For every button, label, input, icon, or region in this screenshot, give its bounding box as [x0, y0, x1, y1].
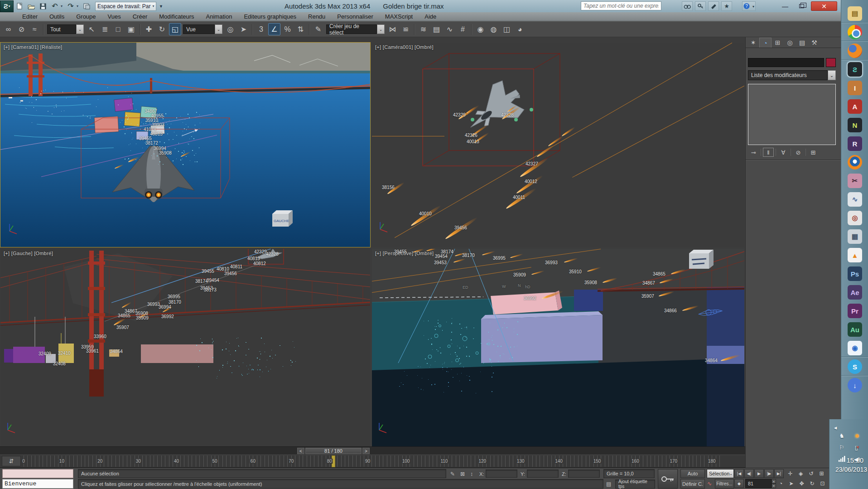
viewport-gauche[interactable]: [+] [Gauche] [Ombré] 4232942328408134081…: [0, 249, 370, 446]
bind-to-space-warp-icon[interactable]: ≈: [29, 23, 41, 35]
viewport-label[interactable]: [+] [Camera01] [Réaliste]: [4, 44, 62, 50]
viewport-label[interactable]: [+] [Perspective] [Ombré]: [375, 251, 434, 256]
time-config-button[interactable]: ◔: [776, 479, 786, 488]
fov-icon[interactable]: ◈: [796, 469, 805, 478]
mirror-icon[interactable]: ⋈: [386, 23, 399, 35]
remove-modifier-button[interactable]: ⊘: [793, 148, 804, 157]
previous-frame-button[interactable]: ◀|: [744, 469, 754, 478]
minimize-button[interactable]: —: [778, 1, 792, 11]
object-name-field[interactable]: [748, 58, 824, 67]
menu-cr-er[interactable]: Créer: [127, 12, 154, 21]
navisworks-icon[interactable]: N: [848, 118, 862, 132]
time-tag-field[interactable]: Ajout étiquette tps: [615, 479, 655, 489]
set-key-button[interactable]: [658, 469, 678, 489]
time-slider[interactable]: < 81 / 180 >: [0, 446, 745, 455]
select-and-scale-icon[interactable]: ◱: [169, 23, 181, 35]
premiere-icon[interactable]: Pr: [848, 304, 862, 318]
select-and-manipulate-icon[interactable]: ➤: [237, 23, 250, 35]
photoshop-icon[interactable]: Ps: [848, 266, 862, 281]
pan-camera-icon[interactable]: ✛: [786, 469, 795, 478]
dolly-icon[interactable]: ➤: [786, 479, 796, 488]
pin-stack-button[interactable]: ⊸: [748, 148, 759, 157]
key-filters-curve-icon[interactable]: ∿: [707, 480, 712, 487]
utilities-tab[interactable]: ⚒: [808, 38, 820, 48]
material-editor-icon[interactable]: ◉: [474, 23, 487, 35]
viewport-perspective[interactable]: [+] [Perspective] [Ombré] 39455381743945…: [372, 249, 744, 446]
menu-outils[interactable]: Outils: [43, 12, 70, 21]
set-key-mode-button[interactable]: Définir C.: [680, 479, 705, 489]
menu-rendu[interactable]: Rendu: [302, 12, 331, 21]
render-production-icon[interactable]: ◕: [514, 23, 526, 35]
search-input[interactable]: [581, 1, 661, 10]
hidden-icons-arrow[interactable]: ◂: [830, 423, 840, 432]
curve-editor-icon[interactable]: ∿: [444, 23, 456, 35]
orbit-selected-icon[interactable]: ↻: [807, 479, 817, 488]
app-logo-icon[interactable]: Ƨ▾: [0, 0, 14, 12]
blender-icon[interactable]: [848, 155, 862, 169]
time-tag-icon[interactable]: ▤: [606, 481, 611, 487]
power-alert-icon[interactable]: ▯✕: [852, 443, 862, 452]
undo-dropdown-icon[interactable]: ▾: [61, 4, 65, 8]
modifier-list-dropdown[interactable]: Liste des modificateurs⌄: [748, 70, 836, 80]
absolute-offset-icon[interactable]: ↕: [470, 471, 473, 477]
use-pivot-center-icon[interactable]: ◎: [224, 23, 236, 35]
render-setup-icon[interactable]: ◍: [487, 23, 500, 35]
select-and-rotate-icon[interactable]: ↻: [156, 23, 168, 35]
menu-editeurs-graphiques[interactable]: Editeurs graphiques: [238, 12, 302, 21]
language-flag-icon[interactable]: ⚐: [837, 443, 847, 452]
align-icon[interactable]: ≌: [400, 23, 412, 35]
snap-toggle-icon[interactable]: 3: [255, 23, 267, 35]
google-earth-icon[interactable]: ◉: [848, 341, 862, 355]
menu-animation[interactable]: Animation: [200, 12, 238, 21]
autocad-icon[interactable]: A: [848, 99, 862, 114]
menu-personnaliser[interactable]: Personnaliser: [331, 12, 379, 21]
edit-named-selections-icon[interactable]: ✎: [312, 23, 324, 35]
window-crossing-icon[interactable]: ▣: [125, 23, 137, 35]
restore-button[interactable]: [795, 1, 808, 11]
selection-lock-icon[interactable]: ⊠: [460, 471, 465, 477]
new-file-icon[interactable]: [14, 1, 25, 11]
key-mode-toggle[interactable]: ◆: [734, 479, 744, 488]
volume-icon[interactable]: ◀): [852, 455, 862, 464]
showcase-icon[interactable]: R: [848, 136, 862, 151]
previous-frame-arrow[interactable]: <: [297, 448, 304, 454]
redo-dropdown-icon[interactable]: ▾: [77, 4, 81, 8]
menu-vues[interactable]: Vues: [102, 12, 127, 21]
selection-set-dropdown[interactable]: Sélection⌄: [707, 469, 734, 478]
frame-indicator[interactable]: 81 / 180: [305, 448, 362, 454]
select-by-name-icon[interactable]: ≣: [99, 23, 111, 35]
play-button[interactable]: ▶: [754, 469, 764, 478]
redo-icon[interactable]: ↷: [65, 1, 76, 11]
auto-key-button[interactable]: Auto: [680, 469, 705, 478]
after-effects-icon[interactable]: Ae: [848, 285, 862, 300]
create-tab[interactable]: ✶: [747, 38, 759, 48]
menu-modificateurs[interactable]: Modificateurs: [153, 12, 200, 21]
menu-editer[interactable]: Editer: [16, 12, 43, 21]
downloads-icon[interactable]: ↓: [848, 378, 862, 392]
select-and-move-icon[interactable]: ✚: [143, 23, 155, 35]
graphite-ribbon-icon[interactable]: ▤: [430, 23, 443, 35]
next-frame-button[interactable]: |▶: [764, 469, 774, 478]
maximize-viewport-toggle[interactable]: ⊡: [818, 479, 827, 488]
next-frame-arrow[interactable]: >: [362, 448, 370, 454]
y-field[interactable]: [527, 470, 559, 478]
configure-modifier-sets-button[interactable]: ⊞: [808, 148, 819, 157]
workspace-dropdown[interactable]: Espace de travail: Par▾: [95, 2, 156, 11]
viewport-camera001[interactable]: [+] [Caméra001] [Ombré] 4232942328423264…: [372, 43, 744, 247]
firefox-icon[interactable]: [848, 44, 862, 58]
calculator-icon[interactable]: ▦: [848, 229, 862, 244]
make-unique-button[interactable]: ∀: [778, 148, 789, 157]
object-color-swatch[interactable]: [826, 58, 836, 67]
rectangular-selection-icon[interactable]: □: [112, 23, 124, 35]
menu-groupe[interactable]: Groupe: [70, 12, 101, 21]
mini-curve-editor-button[interactable]: ⇵: [2, 456, 21, 466]
maxscript-mini-listener[interactable]: [2, 469, 73, 478]
explorer-icon[interactable]: ▤: [848, 6, 862, 21]
selection-filter-dropdown[interactable]: Tout⌄: [47, 24, 84, 34]
modifier-stack[interactable]: [748, 84, 836, 145]
hierarchy-tab[interactable]: ⊞: [772, 38, 784, 48]
time-slider-grip[interactable]: < 81 / 180 >: [297, 448, 371, 454]
motion-tab[interactable]: ◎: [784, 38, 796, 48]
system-monitor-icon[interactable]: ∿: [848, 192, 862, 207]
show-end-result-button[interactable]: ‖: [763, 148, 774, 157]
